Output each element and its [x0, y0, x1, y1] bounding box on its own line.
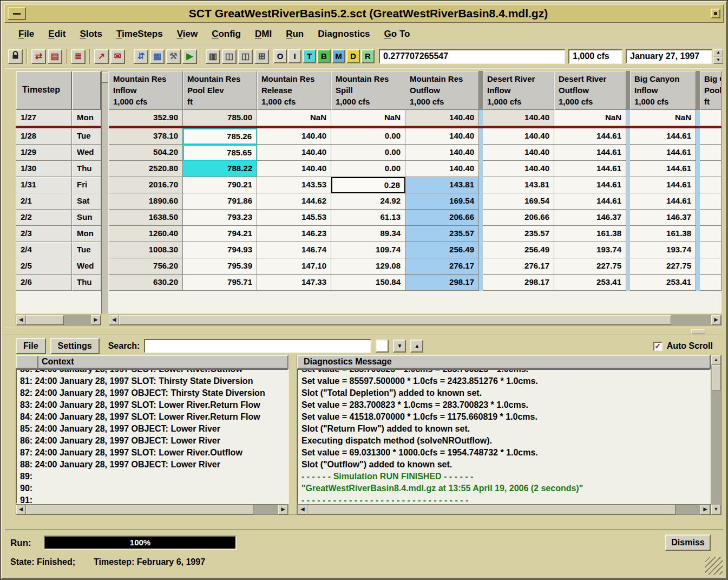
- scrollbar-trough[interactable]: [675, 505, 700, 514]
- sync-slots-icon[interactable]: ⇄: [31, 49, 46, 64]
- table-cell[interactable]: 298.17: [405, 275, 479, 291]
- table-cell[interactable]: 0.28: [331, 177, 405, 193]
- message-line[interactable]: Slot ("Outflow") added to known set.: [301, 459, 710, 471]
- table-cell[interactable]: 109.74: [331, 242, 405, 258]
- table-cell[interactable]: 276.17: [483, 258, 554, 275]
- column-header-desert-river-inflow[interactable]: Desert RiverInflow1,000 cfs: [483, 71, 554, 110]
- context-horizontal-scrollbar[interactable]: ◀ ▶: [16, 504, 288, 515]
- table-cell[interactable]: 256.49: [483, 242, 554, 258]
- table-cell[interactable]: 144.61: [630, 177, 696, 193]
- titlebar[interactable]: SCT GreatWestRiverBasin5.2.sct (GreatWes…: [4, 4, 724, 23]
- context-line[interactable]: 82: 24:00 January 28, 1997 OBJECT: Thirs…: [20, 387, 287, 399]
- table-cell[interactable]: 0.00: [331, 161, 405, 177]
- table-cell[interactable]: [700, 275, 722, 291]
- message-line[interactable]: - - - - - - Simulation RUN FINISHED - - …: [301, 471, 710, 483]
- weekday-cell[interactable]: Fri: [72, 177, 101, 193]
- weekday-cell[interactable]: Sat: [72, 193, 101, 210]
- cell-value-display[interactable]: 0.277707265547: [379, 49, 565, 64]
- message-line[interactable]: "GreatWestRiverBasin8.4.mdl.gz at 13:55 …: [301, 483, 710, 494]
- context-line[interactable]: 91:: [20, 494, 287, 504]
- weekday-cell[interactable]: Mon: [72, 226, 101, 242]
- frozen-pane-divider[interactable]: [101, 71, 109, 314]
- table-cell[interactable]: NaN: [331, 110, 405, 126]
- table-cell[interactable]: 298.17: [483, 275, 554, 291]
- table-cell[interactable]: [700, 226, 722, 242]
- table-cell[interactable]: 144.61: [630, 145, 696, 161]
- menu-go-to[interactable]: Go To: [378, 26, 416, 42]
- table-cell[interactable]: 235.57: [483, 226, 554, 242]
- table-cell[interactable]: 1260.40: [109, 226, 183, 242]
- table-cell[interactable]: 144.61: [630, 193, 696, 210]
- scrollbar-thumb[interactable]: [26, 315, 64, 325]
- context-line[interactable]: 84: 24:00 January 28, 1997 SLOT: Lower R…: [20, 411, 287, 423]
- start-run-icon[interactable]: ▶: [182, 49, 197, 64]
- context-line[interactable]: 81: 24:00 January 28, 1997 SLOT: Thirsty…: [20, 375, 287, 387]
- scrollbar-thumb[interactable]: [119, 315, 671, 325]
- menu-timesteps[interactable]: TimeSteps: [110, 26, 169, 42]
- table-cell[interactable]: 161.38: [554, 226, 626, 242]
- flag-button-o[interactable]: O: [273, 49, 287, 63]
- message-pane-header[interactable]: Diagnostics Message: [297, 355, 711, 369]
- scroll-right-icon[interactable]: ▶: [700, 505, 710, 514]
- flag-button-r[interactable]: R: [361, 49, 375, 63]
- table-cell[interactable]: [700, 193, 722, 210]
- date-spinner-down-icon[interactable]: ▼: [713, 57, 723, 64]
- message-line[interactable]: Set value = 283.700823 * 1.0cms = 283.70…: [301, 399, 710, 411]
- timestep-cell[interactable]: 1/29: [16, 145, 72, 161]
- message-line[interactable]: Executing dispatch method (solveNROutflo…: [301, 435, 710, 447]
- mail-export-icon[interactable]: ✉: [110, 49, 125, 64]
- table-cell[interactable]: 144.62: [257, 193, 331, 210]
- table-cell[interactable]: 140.40: [405, 128, 479, 145]
- table-cell[interactable]: 756.20: [109, 258, 183, 275]
- column-header-mountain-res-spill[interactable]: Mountain ResSpill1,000 cfs: [331, 71, 405, 110]
- table-cell[interactable]: 253.41: [554, 275, 626, 291]
- table-cell[interactable]: 795.39: [183, 258, 257, 275]
- table-cell[interactable]: 140.40: [405, 145, 479, 161]
- menu-view[interactable]: View: [171, 26, 204, 42]
- scrollbar-thumb[interactable]: [307, 505, 675, 514]
- search-prev-button[interactable]: ▲: [410, 340, 423, 353]
- table-cell[interactable]: 145.53: [257, 210, 331, 226]
- flag-button-t[interactable]: T: [303, 49, 316, 63]
- table-cell[interactable]: 140.40: [483, 128, 554, 145]
- table-cell[interactable]: 143.53: [257, 177, 331, 193]
- window-corner-button[interactable]: [711, 9, 720, 18]
- window-wide-icon[interactable]: ◫: [238, 49, 253, 64]
- table-cell[interactable]: 89.34: [331, 226, 405, 242]
- weekday-header[interactable]: [72, 71, 101, 110]
- menu-edit[interactable]: Edit: [42, 26, 71, 42]
- slot-tree-icon[interactable]: ▤: [48, 49, 62, 64]
- table-cell[interactable]: 140.40: [483, 110, 554, 126]
- splitter-sash[interactable]: [5, 328, 722, 335]
- scroll-up-icon[interactable]: ▲: [711, 355, 721, 365]
- table-cell[interactable]: NaN: [554, 110, 626, 126]
- timestep-cell[interactable]: 1/28: [16, 128, 72, 145]
- timestep-cell[interactable]: 2/1: [16, 193, 72, 210]
- timestep-cell[interactable]: 2/3: [16, 226, 72, 242]
- table-horizontal-scrollbar[interactable]: ◀ ▶: [109, 315, 722, 325]
- aggregate-rows-icon[interactable]: ≣: [71, 49, 86, 64]
- table-cell[interactable]: 140.40: [483, 145, 554, 161]
- table-cell[interactable]: 146.37: [630, 210, 696, 226]
- timestep-cell[interactable]: 2/4: [16, 242, 72, 258]
- context-line[interactable]: 90:: [20, 483, 287, 494]
- table-cell[interactable]: 140.40: [483, 161, 554, 177]
- table-cell[interactable]: 140.40: [257, 145, 331, 161]
- scrollbar-trough[interactable]: [253, 505, 278, 514]
- show-columns-icon[interactable]: ▥: [206, 49, 220, 64]
- table-cell[interactable]: 790.21: [183, 177, 257, 193]
- table-cell[interactable]: 144.61: [554, 145, 626, 161]
- weekday-cell[interactable]: Thu: [72, 161, 101, 177]
- menu-diagnostics[interactable]: Diagnostics: [312, 26, 376, 42]
- table-cell[interactable]: 795.71: [183, 275, 257, 291]
- table-cell[interactable]: 143.81: [483, 177, 554, 193]
- scroll-right-icon[interactable]: ▶: [278, 505, 288, 514]
- menu-dmi[interactable]: DMI: [249, 26, 278, 42]
- table-cell[interactable]: 1638.50: [109, 210, 183, 226]
- dismiss-button[interactable]: Dismiss: [665, 535, 711, 551]
- table-cell[interactable]: 378.10: [109, 128, 183, 145]
- flag-button-b[interactable]: B: [317, 49, 331, 63]
- timestep-cell[interactable]: 2/2: [16, 210, 72, 226]
- scrollbar-thumb[interactable]: [712, 365, 720, 391]
- flag-button-d[interactable]: D: [346, 49, 360, 63]
